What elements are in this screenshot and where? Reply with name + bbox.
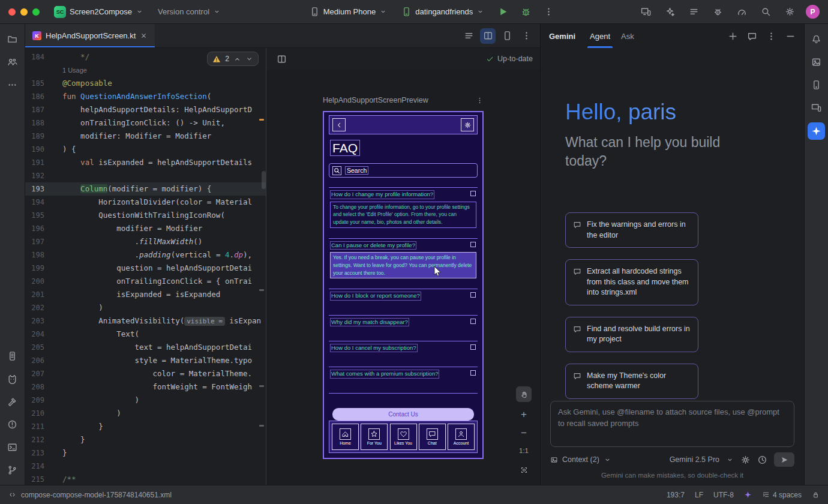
nav-item-home[interactable]: Home [332,424,359,450]
contact-us-button[interactable]: Contact Us [332,408,474,421]
attach-context-icon[interactable] [550,456,558,464]
suggestion-card[interactable]: Fix the warnings and errors in the edito… [565,212,698,248]
code-line[interactable]: text = helpAndSupportDetai [54,341,266,354]
zoom-out-button[interactable]: − [516,426,532,439]
faq-question-row[interactable]: How do I cancel my subscription? [329,341,478,367]
device-selector[interactable]: Medium Phone [306,4,391,19]
code-line[interactable]: AnimatedVisibility(visible = isExpan [54,314,266,328]
build-tool-button[interactable] [2,391,23,412]
close-tab-icon[interactable] [140,32,148,40]
expand-icon[interactable] [470,344,476,350]
code-line[interactable]: modifier = Modifier [54,222,266,235]
expand-icon[interactable] [470,242,476,247]
nav-item-person[interactable]: Account [448,424,475,450]
new-chat-icon[interactable] [728,31,738,41]
suggestion-card[interactable]: Find and resolve build errors in my proj… [565,317,698,352]
preview-composable-name[interactable]: HelpAndSupportScreenPreview [323,96,428,104]
close-window-button[interactable] [8,8,16,16]
suggestion-card[interactable]: Extract all hardcoded strings from this … [565,259,698,305]
kebab-menu-icon[interactable] [766,31,776,41]
code-line[interactable]: modifier: Modifier = Modifier [54,130,266,143]
line-ending-widget[interactable]: LF [695,491,703,499]
code-line[interactable]: fontWeight = FontWeigh [54,380,266,394]
code-line[interactable]: val isExpanded = helpAndSupportDetails [54,156,266,169]
version-control-tool-button[interactable] [2,460,23,480]
resource-manager-tool-button[interactable] [2,52,23,72]
code-line[interactable]: ) [54,301,266,314]
code-line[interactable]: helpAndSupportDetails: HelpAndSupportD [54,103,266,116]
lock-icon[interactable] [812,491,820,499]
inspections-widget[interactable]: 2 [207,52,259,66]
zoom-in-button[interactable]: + [516,407,532,421]
history-icon[interactable] [757,455,767,465]
faq-question-row[interactable]: Can I pause or delete my profile? [329,238,478,251]
expand-icon[interactable] [470,319,476,324]
faq-question-row[interactable]: Why did my match disappear? [329,315,478,341]
back-button[interactable] [332,118,346,131]
debug-button[interactable] [518,4,533,20]
encoding-widget[interactable]: UTF-8 [713,491,734,499]
code-line[interactable] [54,169,266,182]
gemini-settings-icon[interactable] [740,455,751,465]
structure-list-button[interactable] [686,4,701,20]
code-line[interactable]: } [54,446,266,460]
editor-options-button[interactable] [518,28,534,44]
zoom-to-fit-button[interactable] [516,463,532,476]
tab-agent[interactable]: Agent [587,24,613,48]
notifications-tool-button[interactable] [806,29,827,49]
editor-scrollbar[interactable] [262,171,266,189]
code-line[interactable]: onTrailingIconClick = { onTrai [54,275,266,288]
user-avatar[interactable]: P [806,5,820,19]
gemini-prompt-input[interactable] [550,401,794,447]
hide-panel-icon[interactable] [785,31,796,41]
problems-tool-button[interactable] [2,414,23,434]
more-tools-button[interactable] [2,74,23,95]
running-devices-tool-button[interactable] [806,97,827,118]
pan-tool-button[interactable] [516,386,532,402]
editor-tab[interactable]: K HelpAndSupportScreen.kt [25,24,155,47]
code-line[interactable]: .fillMaxWidth() [54,235,266,248]
faq-question-row[interactable]: How do I block or report someone? [329,289,478,314]
code-line[interactable]: ) { [54,143,266,156]
preview-layout-button[interactable] [274,51,289,67]
code-line[interactable]: Column(modifier = modifier) { [54,182,266,196]
model-selector[interactable]: Gemini 2.5 Pro [670,455,719,464]
project-tool-button[interactable] [2,29,23,49]
code-line[interactable]: ) [54,394,266,407]
device-manager-tool-button[interactable] [806,74,827,95]
prev-problem-icon[interactable] [233,55,241,63]
chat-history-icon[interactable] [747,31,757,41]
app-insights-button[interactable] [710,4,725,20]
gemini-status-icon[interactable] [744,491,752,499]
code-line[interactable]: ) [54,407,266,420]
context-selector[interactable]: Context (2) [562,455,599,464]
code-view-button[interactable] [461,28,476,44]
nav-item-star[interactable]: For You [361,424,388,450]
settings-button[interactable] [782,4,797,20]
usages-inlay-hint[interactable]: 1 Usage [62,67,87,74]
preview-canvas[interactable]: HelpAndSupportScreenPreview [266,70,540,485]
code-line[interactable]: /** [54,473,266,485]
device-mirroring-button[interactable] [638,4,653,20]
faq-question-row[interactable]: How do I change my profile information? [329,187,478,200]
code-line[interactable]: } [54,420,266,433]
terminal-tool-button[interactable] [2,437,23,457]
logcat-tool-button[interactable] [2,368,23,389]
tab-ask[interactable]: Ask [619,24,637,48]
code-line[interactable]: Text( [54,328,266,341]
expand-icon[interactable] [470,370,476,376]
next-problem-icon[interactable] [245,55,253,63]
search-everywhere-button[interactable] [758,4,773,20]
code-line[interactable] [54,460,266,473]
code-line[interactable]: @Composable [54,77,266,90]
run-configuration-selector[interactable]: datingandfriends [398,4,488,19]
vcs-widget[interactable]: Version control [154,5,224,19]
code-line[interactable]: .padding(vertical = 4.dp), [54,248,266,262]
compose-preview-phone[interactable]: FAQ Search How do I change my profile in… [323,111,484,459]
zoom-actual-size-button[interactable]: 1:1 [516,445,532,458]
preview-menu-icon[interactable] [476,97,484,104]
device-explorer-tool-button[interactable] [2,346,23,366]
profiler-button[interactable] [734,4,749,20]
minimize-window-button[interactable] [20,8,28,16]
resource-manager-tool-button[interactable] [806,52,827,72]
